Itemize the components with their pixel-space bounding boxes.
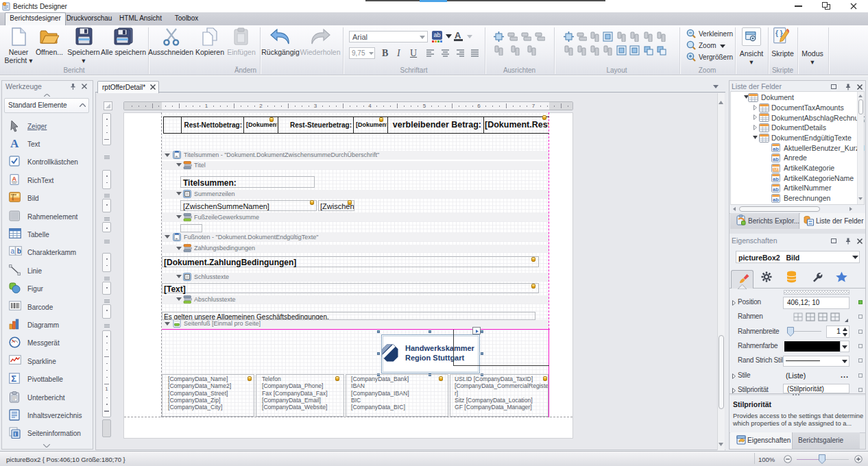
- svg-text:ab: ab: [773, 186, 779, 192]
- svg-text:ab: ab: [773, 196, 779, 202]
- svg-text:ab: ab: [773, 176, 779, 182]
- svg-text:Σ: Σ: [11, 373, 16, 384]
- svg-text:i: i: [14, 432, 16, 437]
- svg-text:ab: ab: [773, 146, 779, 152]
- svg-text:123: 123: [773, 167, 780, 171]
- svg-text:a: a: [11, 247, 15, 255]
- svg-text:A: A: [12, 175, 17, 182]
- svg-text:b: b: [17, 247, 21, 255]
- svg-text:{ }: { }: [775, 29, 783, 37]
- svg-text:ab: ab: [773, 156, 779, 162]
- svg-text:A: A: [10, 138, 19, 149]
